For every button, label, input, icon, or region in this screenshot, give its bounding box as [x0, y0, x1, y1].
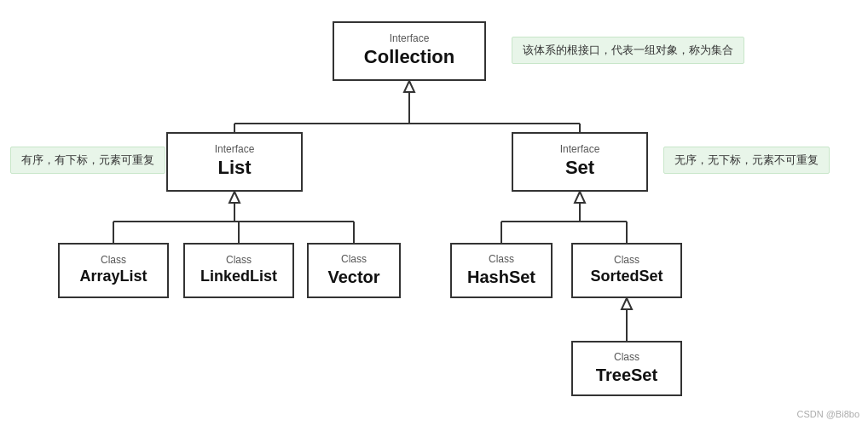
node-linkedlist: Class LinkedList: [183, 243, 294, 298]
svg-marker-10: [229, 192, 240, 203]
svg-marker-17: [622, 298, 632, 309]
linkedlist-type: Class: [226, 253, 252, 268]
annotation-set: 无序，无下标，元素不可重复: [663, 147, 830, 174]
arraylist-name: ArrayList: [79, 268, 147, 286]
sortedset-type: Class: [614, 253, 639, 268]
node-arraylist: Class ArrayList: [58, 243, 169, 298]
node-treeset: Class TreeSet: [571, 341, 682, 396]
sortedset-name: SortedSet: [590, 268, 663, 286]
node-list: Interface List: [166, 132, 303, 192]
node-set: Interface Set: [512, 132, 648, 192]
diagram-container: Interface Collection Interface List Inte…: [0, 0, 868, 426]
linkedlist-name: LinkedList: [200, 268, 277, 286]
collection-name: Collection: [364, 46, 454, 68]
vector-type: Class: [341, 252, 367, 267]
list-name: List: [217, 157, 251, 179]
annotation-list: 有序，有下标，元素可重复: [10, 147, 165, 174]
watermark: CSDN @Bi8bo: [796, 409, 859, 419]
annotation-collection: 该体系的根接口，代表一组对象，称为集合: [512, 37, 744, 64]
treeset-type: Class: [614, 350, 639, 365]
set-type: Interface: [560, 142, 600, 157]
collection-type: Interface: [390, 32, 430, 46]
arraylist-type: Class: [101, 253, 126, 268]
node-hashset: Class HashSet: [450, 243, 553, 298]
hashset-type: Class: [489, 252, 514, 267]
list-type: Interface: [215, 142, 255, 157]
hashset-name: HashSet: [467, 267, 535, 287]
set-name: Set: [565, 157, 594, 179]
svg-marker-4: [404, 81, 414, 92]
node-sortedset: Class SortedSet: [571, 243, 682, 298]
vector-name: Vector: [327, 267, 379, 287]
node-collection: Interface Collection: [333, 21, 486, 81]
svg-marker-15: [575, 192, 585, 203]
node-vector: Class Vector: [307, 243, 401, 298]
treeset-name: TreeSet: [596, 365, 657, 385]
